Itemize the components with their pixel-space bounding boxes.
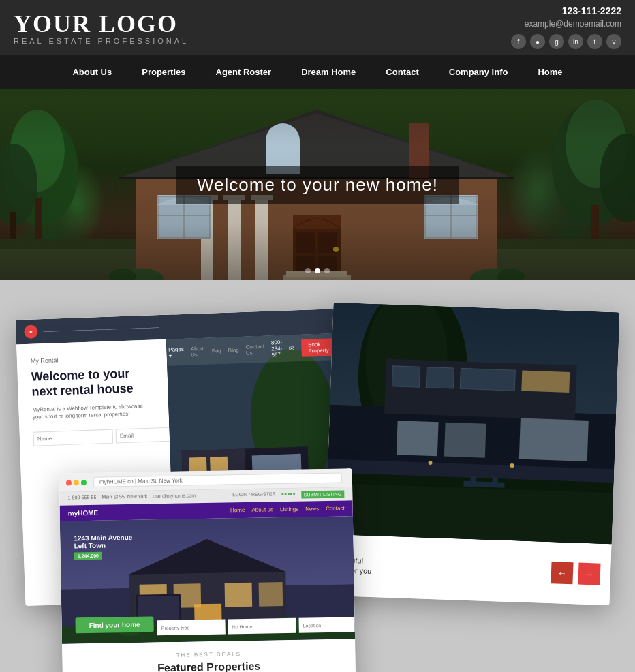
- login-link[interactable]: LOGIN / REGISTER: [232, 491, 276, 500]
- nav-contact[interactable]: Contact: [371, 55, 433, 89]
- card3-nav-home[interactable]: Home: [230, 507, 245, 513]
- navigation: About Us Properties Agent Roster Dream H…: [0, 55, 635, 89]
- twitter-icon[interactable]: t: [587, 34, 602, 49]
- indicator-2[interactable]: [315, 268, 320, 273]
- browser-url-bar[interactable]: myhHOME.co | Main St, New York: [93, 473, 342, 487]
- close-window-button[interactable]: [66, 480, 72, 485]
- card2-bottom: beautiful ting for you ← →: [324, 534, 612, 606]
- rental-name-input[interactable]: [33, 429, 114, 446]
- svg-rect-90: [259, 582, 283, 607]
- find-home-button[interactable]: Find your home: [75, 616, 153, 633]
- next-arrow[interactable]: →: [578, 563, 600, 585]
- logo-section: YOUR LOGO REAL ESTATE PROFESSIONAL: [14, 10, 189, 45]
- card3-hero-image: 1243 Main Avenue Left Town 1,244,000 Fin…: [60, 516, 355, 643]
- nav-home[interactable]: Home: [523, 55, 577, 89]
- linkedin-icon[interactable]: in: [568, 34, 583, 49]
- rental-headline: Welcome to your next rental house: [31, 365, 154, 399]
- nav-about[interactable]: About Us: [191, 345, 206, 358]
- logo-text: YOUR LOGO: [14, 10, 189, 38]
- nav-faq[interactable]: Faq: [212, 348, 221, 354]
- featured-properties-title: Featured Properties: [76, 659, 342, 672]
- prev-arrow[interactable]: ←: [551, 562, 573, 584]
- nav-blog[interactable]: Blog: [228, 347, 239, 354]
- nav-company-info[interactable]: Company Info: [434, 55, 523, 89]
- svg-rect-73: [519, 418, 589, 461]
- book-property-button[interactable]: Book Property: [301, 338, 336, 357]
- svg-rect-72: [444, 423, 486, 458]
- facebook-icon[interactable]: f: [511, 34, 526, 49]
- price-badge: 1,244,000: [74, 552, 102, 560]
- hero-welcome-text: Welcome to your new home!: [176, 166, 459, 204]
- rental-brand: My Rental: [31, 353, 153, 364]
- main-content: ✦ ────────────────────────────── My Rent…: [0, 280, 635, 672]
- nav-properties[interactable]: Properties: [127, 55, 200, 89]
- screenshot-container: ✦ ────────────────────────────── My Rent…: [20, 301, 615, 672]
- price-value: 1,244,000: [78, 553, 99, 559]
- maximize-window-button[interactable]: [81, 480, 87, 485]
- property-type-input[interactable]: [157, 620, 226, 636]
- myhome-website-card: myhHOME.co | Main St, New York 1-800-555…: [59, 468, 357, 672]
- google-icon[interactable]: g: [549, 34, 564, 49]
- card2-house-svg: [326, 303, 620, 544]
- card3-nav-contact[interactable]: Contact: [326, 505, 345, 511]
- rental-description: MyRental is a Webflow Template to showca…: [32, 402, 155, 422]
- contact-section: 123-111-2222 example@demoemail.com f ● g…: [511, 5, 621, 49]
- phone-top: 1-800-555-55: [67, 495, 96, 503]
- address-top: Main St 55, New York: [102, 494, 147, 502]
- rental-form: Join!: [33, 427, 157, 446]
- card3-nav: Home About us Listings News Contact: [230, 505, 345, 513]
- address-line2: Left Town: [74, 541, 132, 549]
- svg-rect-54: [189, 457, 206, 472]
- browser-window-controls: [66, 480, 87, 486]
- svg-rect-68: [426, 367, 454, 388]
- submit-listing-top[interactable]: SUBMIT LISTING: [301, 490, 345, 498]
- indicator-3[interactable]: [324, 268, 330, 273]
- no-home-input[interactable]: [228, 618, 296, 635]
- nav-dream-home[interactable]: Dream Home: [286, 55, 371, 89]
- dots-indicator: ●●●●●: [281, 491, 296, 499]
- header: YOUR LOGO REAL ESTATE PROFESSIONAL 123-1…: [0, 0, 635, 55]
- card2-house-image: [326, 303, 620, 544]
- svg-rect-71: [397, 421, 439, 456]
- svg-rect-69: [460, 368, 515, 391]
- modern-house-card: beautiful ting for you ← →: [324, 303, 620, 605]
- myhome-logo: myHOME: [68, 509, 99, 517]
- svg-rect-89: [225, 583, 253, 607]
- address-line1: 1243 Main Avenue: [74, 534, 132, 542]
- nav-about-us[interactable]: About Us: [57, 55, 127, 89]
- card3-bottom: THE BEST DEALS Featured Properties: [62, 639, 356, 672]
- svg-rect-55: [210, 457, 228, 471]
- nav-agent-roster[interactable]: Agent Roster: [201, 55, 287, 89]
- email-top: user@myhome.com: [153, 493, 196, 501]
- nav-pages[interactable]: Pages ▾: [168, 346, 184, 358]
- carousel-indicators: [305, 268, 330, 273]
- card3-nav-about[interactable]: About us: [251, 506, 273, 513]
- social-icons: f ● g in t v: [511, 34, 621, 49]
- svg-rect-78: [471, 476, 476, 482]
- card3-nav-listings[interactable]: Listings: [280, 506, 298, 513]
- property-search-bar: SUBMIT LISTING: [157, 617, 341, 636]
- nav-contact[interactable]: Contact Us: [245, 343, 264, 356]
- card3-nav-news[interactable]: News: [305, 506, 319, 512]
- phone-number: 123-111-2222: [562, 5, 621, 16]
- hero-section: Welcome to your new home!: [0, 89, 635, 280]
- minimize-window-button[interactable]: [74, 480, 79, 485]
- navigation-arrows: ← →: [551, 562, 600, 585]
- flickr-icon[interactable]: ●: [530, 34, 545, 49]
- indicator-1[interactable]: [305, 268, 311, 273]
- svg-rect-76: [326, 483, 613, 545]
- svg-rect-67: [392, 366, 420, 387]
- featured-properties-label: THE BEST DEALS: [76, 650, 341, 660]
- svg-rect-70: [521, 371, 570, 393]
- card1-logo: ✦: [24, 324, 38, 339]
- vimeo-icon[interactable]: v: [606, 34, 621, 49]
- card3-property-address: 1243 Main Avenue Left Town 1,244,000: [74, 534, 133, 560]
- phone-display: 800-234-567: [271, 339, 283, 358]
- email-address: example@demoemail.com: [525, 19, 621, 29]
- location-input[interactable]: [298, 617, 355, 633]
- logo-tagline: REAL ESTATE PROFESSIONAL: [14, 37, 189, 45]
- email-icon: ✉: [289, 344, 294, 352]
- svg-rect-79: [493, 477, 498, 483]
